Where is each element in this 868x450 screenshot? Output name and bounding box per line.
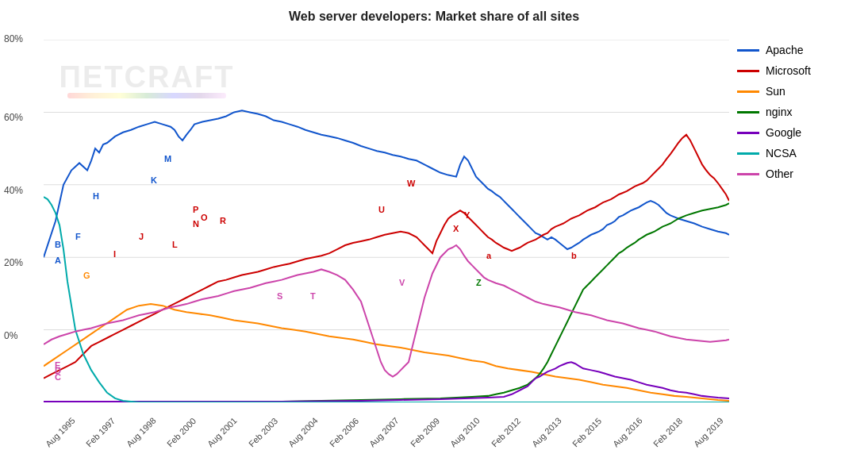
x-label: Aug 2001 <box>205 416 239 449</box>
x-label: Feb 2015 <box>570 416 603 448</box>
svg-text:U: U <box>378 205 385 214</box>
legend-item-microsoft: Microsoft <box>737 64 860 77</box>
svg-text:P: P <box>193 205 199 214</box>
other-line <box>44 245 729 377</box>
svg-text:G: G <box>83 271 90 280</box>
y-label-80: 80% <box>4 33 23 44</box>
x-label: Aug 2007 <box>367 416 401 449</box>
legend-item-sun: Sun <box>737 85 860 98</box>
x-label: Aug 2019 <box>692 416 725 449</box>
x-label: Feb 2003 <box>247 416 279 448</box>
chart-area: A B C D E F G H I J K L M N O P R S T U … <box>44 40 729 402</box>
legend-label: NCSA <box>766 147 797 160</box>
x-label: Feb 1997 <box>84 416 117 448</box>
svg-text:R: R <box>220 215 226 225</box>
legend-label: Apache <box>766 44 803 56</box>
legend-item-apache: Apache <box>737 44 860 56</box>
legend-color-nginx <box>737 111 759 113</box>
svg-text:b: b <box>571 251 577 260</box>
x-axis-labels: Aug 1995Feb 1997Aug 1998Feb 2000Aug 2001… <box>44 434 729 444</box>
svg-text:H: H <box>93 191 99 201</box>
x-label: Feb 2018 <box>651 416 684 448</box>
x-label: Feb 2006 <box>328 416 360 448</box>
x-label: Aug 2016 <box>611 416 644 449</box>
legend-color-microsoft <box>737 70 759 72</box>
x-label: Aug 1998 <box>125 416 158 449</box>
y-label-0: 0% <box>4 330 17 341</box>
chart-container: Web server developers: Market share of a… <box>0 0 868 450</box>
legend-color-other <box>737 173 759 175</box>
svg-text:F: F <box>75 232 81 241</box>
y-label-40: 40% <box>4 185 23 196</box>
svg-text:V: V <box>399 278 405 287</box>
legend: Apache Microsoft Sun nginx Google NCSA O… <box>737 44 860 188</box>
y-label-60: 60% <box>4 112 23 123</box>
main-chart-svg: A B C D E F G H I J K L M N O P R S T U … <box>44 40 729 402</box>
legend-label: nginx <box>766 106 792 118</box>
legend-item-ncsa: NCSA <box>737 147 860 160</box>
legend-color-sun <box>737 90 759 93</box>
legend-color-ncsa <box>737 152 759 155</box>
svg-text:T: T <box>310 291 316 301</box>
microsoft-line <box>44 135 729 379</box>
svg-text:E: E <box>55 360 60 370</box>
legend-item-nginx: nginx <box>737 106 860 118</box>
apache-line <box>44 110 729 257</box>
legend-label: Sun <box>766 85 785 98</box>
x-label: Feb 2000 <box>165 416 198 448</box>
svg-text:A: A <box>55 256 61 265</box>
legend-label: Microsoft <box>766 64 811 77</box>
svg-text:J: J <box>139 232 144 241</box>
x-label: Aug 2004 <box>286 416 320 449</box>
x-label: Feb 2012 <box>490 416 522 448</box>
svg-text:Y: Y <box>464 210 470 220</box>
svg-text:L: L <box>172 240 178 249</box>
x-label: Aug 2010 <box>448 416 482 449</box>
svg-text:B: B <box>55 240 61 249</box>
svg-text:N: N <box>193 219 199 229</box>
x-label: Feb 2009 <box>409 416 441 448</box>
svg-text:W: W <box>407 179 416 188</box>
legend-label: Google <box>766 126 801 139</box>
svg-text:X: X <box>453 224 459 233</box>
svg-text:S: S <box>277 291 282 301</box>
legend-label: Other <box>766 167 793 180</box>
x-label: Aug 2013 <box>530 416 563 449</box>
legend-color-google <box>737 132 759 134</box>
legend-item-other: Other <box>737 167 860 180</box>
svg-text:a: a <box>486 251 492 260</box>
google-line <box>44 362 729 402</box>
y-label-20: 20% <box>4 257 23 268</box>
chart-title: Web server developers: Market share of a… <box>0 0 868 27</box>
legend-color-apache <box>737 49 759 52</box>
svg-text:K: K <box>151 175 157 185</box>
x-label: Aug 1995 <box>44 416 77 449</box>
legend-item-google: Google <box>737 126 860 139</box>
svg-text:O: O <box>201 213 208 222</box>
svg-text:I: I <box>113 249 116 259</box>
svg-text:Z: Z <box>476 278 482 287</box>
svg-text:M: M <box>164 154 171 163</box>
